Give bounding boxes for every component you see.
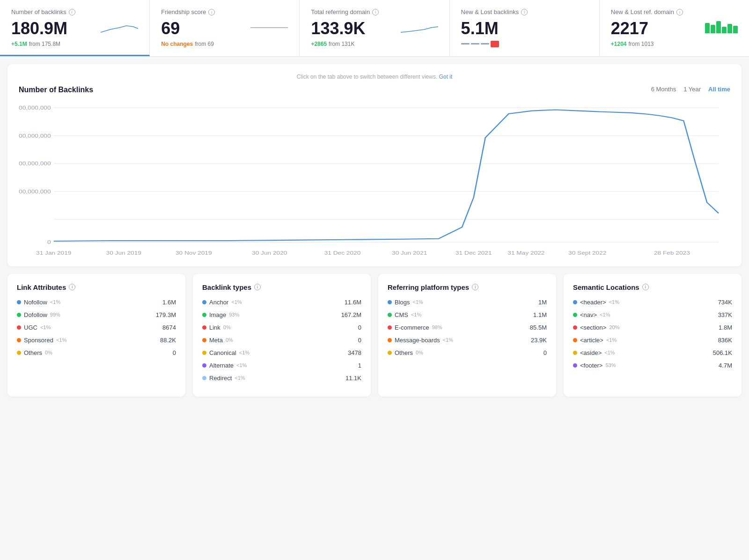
- attr-row-nofollow: Nofollow <1% 1.6M: [17, 299, 176, 306]
- svg-text:800,000,000: 800,000,000: [19, 104, 51, 111]
- semantic-row-footer: <footer> 53% 4.7M: [573, 362, 732, 369]
- metric-new-lost-ref-from: from 1013: [629, 41, 654, 47]
- metric-referring-value: 133.9K: [311, 19, 365, 38]
- metric-new-lost-ref-label: New & Lost ref. domain: [611, 8, 674, 15]
- platform-row-ecommerce: E-commerce 98% 85.5M: [388, 324, 547, 331]
- metric-backlinks-from: from 175.8M: [29, 41, 60, 47]
- semantic-locations-card: Semantic Locations i <header> <1% 734K <…: [564, 274, 742, 397]
- platform-row-message-boards: Message-boards <1% 23.9K: [388, 337, 547, 344]
- backlink-types-card: Backlink types i Anchor <1% 11.6M Image …: [193, 274, 371, 397]
- info-icon-backlinks[interactable]: i: [69, 9, 75, 15]
- time-filter-all[interactable]: All time: [708, 86, 730, 93]
- dot-sponsored: [17, 338, 21, 342]
- metric-new-lost-backlinks[interactable]: New & Lost backlinks i 5.1M: [450, 0, 600, 56]
- chart-notice-link[interactable]: Got it: [439, 74, 453, 80]
- info-icon-semantic[interactable]: i: [642, 284, 649, 290]
- metric-backlinks-change: +5.1M: [11, 41, 27, 47]
- platform-row-others: Others 0% 0: [388, 349, 547, 356]
- semantic-row-header: <header> <1% 734K: [573, 299, 732, 306]
- svg-text:30 Sept 2022: 30 Sept 2022: [568, 249, 606, 256]
- svg-text:200,000,000: 200,000,000: [19, 188, 51, 195]
- metric-backlinks[interactable]: Number of backlinks i 180.9M +5.1M from …: [0, 0, 150, 56]
- semantic-locations-title: Semantic Locations: [573, 283, 639, 291]
- referring-platform-card: Referring platform types i Blogs <1% 1M …: [378, 274, 556, 397]
- info-icon-referring[interactable]: i: [372, 9, 379, 15]
- svg-text:30 Nov 2019: 30 Nov 2019: [176, 249, 212, 256]
- svg-text:31 Dec 2021: 31 Dec 2021: [455, 249, 492, 256]
- info-icon-backlink-types[interactable]: i: [254, 284, 261, 290]
- backlink-row-redirect: Redirect <1% 11.1K: [202, 375, 361, 382]
- chart-section: Click on the tab above to switch between…: [7, 64, 742, 266]
- platform-row-cms: CMS <1% 1.1M: [388, 311, 547, 318]
- svg-text:600,000,000: 600,000,000: [19, 133, 51, 139]
- dot-nofollow: [17, 300, 21, 304]
- bar-indicators: [705, 21, 738, 33]
- link-attr-rows: Nofollow <1% 1.6M Dofollow 99% 179.3M UG…: [17, 299, 176, 356]
- referring-platform-rows: Blogs <1% 1M CMS <1% 1.1M E-commerce 98%: [388, 299, 547, 356]
- info-icon-new-lost[interactable]: i: [521, 9, 528, 15]
- svg-text:31 Dec 2020: 31 Dec 2020: [324, 249, 361, 256]
- metric-new-lost-ref-value: 2217: [611, 19, 654, 38]
- dot-dofollow: [17, 313, 21, 317]
- semantic-location-rows: <header> <1% 734K <nav> <1% 337K <sectio…: [573, 299, 732, 369]
- chart-area: 800,000,000 600,000,000 400,000,000 200,…: [19, 98, 730, 257]
- mini-chart-friendship: [250, 19, 288, 36]
- platform-row-blogs: Blogs <1% 1M: [388, 299, 547, 306]
- metric-friendship-from: from 69: [195, 41, 214, 47]
- metric-new-lost-label: New & Lost backlinks: [461, 8, 519, 15]
- info-icon-new-lost-ref[interactable]: i: [676, 9, 683, 15]
- svg-text:400,000,000: 400,000,000: [19, 160, 51, 167]
- time-filter-6m[interactable]: 6 Months: [651, 86, 676, 93]
- metrics-bar: Number of backlinks i 180.9M +5.1M from …: [0, 0, 749, 57]
- metric-referring-from: from 131K: [329, 41, 354, 47]
- svg-text:30 Jun 2019: 30 Jun 2019: [106, 249, 141, 256]
- info-icon-friendship[interactable]: i: [208, 9, 215, 15]
- attribute-sections: Link Attributes i Nofollow <1% 1.6M Dofo…: [7, 274, 742, 397]
- metric-referring[interactable]: Total referring domain i 133.9K +2865 fr…: [300, 0, 449, 56]
- metric-referring-change: +2865: [311, 41, 327, 47]
- attr-row-dofollow: Dofollow 99% 179.3M: [17, 311, 176, 318]
- metric-new-lost-ref[interactable]: New & Lost ref. domain i 2217 +1204 from…: [600, 0, 749, 56]
- attr-row-sponsored: Sponsored <1% 88.2K: [17, 337, 176, 344]
- metric-new-lost-ref-change: +1204: [611, 41, 627, 47]
- backlink-row-canonical: Canonical <1% 3478: [202, 349, 361, 356]
- metric-backlinks-value: 180.9M: [11, 19, 67, 38]
- referring-platform-title: Referring platform types: [388, 283, 469, 291]
- backlink-type-rows: Anchor <1% 11.6M Image 93% 167.2M Link 0…: [202, 299, 361, 382]
- backlink-row-anchor: Anchor <1% 11.6M: [202, 299, 361, 306]
- svg-text:30 Jun 2021: 30 Jun 2021: [392, 249, 427, 256]
- dot-ugc: [17, 325, 21, 330]
- mini-chart-backlinks: [101, 19, 138, 36]
- metric-friendship-change: No changes: [161, 41, 193, 47]
- chart-svg: 800,000,000 600,000,000 400,000,000 200,…: [19, 98, 730, 257]
- backlink-row-image: Image 93% 167.2M: [202, 311, 361, 318]
- mini-chart-referring: [401, 19, 438, 36]
- chart-notice-text: Click on the tab above to switch between…: [297, 74, 438, 80]
- attr-row-ugc: UGC <1% 8674: [17, 324, 176, 331]
- metric-new-lost-value: 5.1M: [461, 19, 499, 38]
- svg-text:31 May 2022: 31 May 2022: [507, 249, 544, 256]
- metric-referring-label: Total referring domain: [311, 8, 370, 15]
- link-attributes-card: Link Attributes i Nofollow <1% 1.6M Dofo…: [7, 274, 185, 397]
- svg-text:0: 0: [47, 239, 51, 245]
- metric-friendship-value: 69: [161, 19, 214, 38]
- semantic-row-section: <section> 20% 1.8M: [573, 324, 732, 331]
- semantic-row-article: <article> <1% 836K: [573, 337, 732, 344]
- info-icon-referring-platform[interactable]: i: [472, 284, 478, 290]
- metric-friendship[interactable]: Friendship score i 69 No changes from 69: [150, 0, 300, 56]
- semantic-row-aside: <aside> <1% 506.1K: [573, 349, 732, 356]
- info-icon-link-attr[interactable]: i: [69, 284, 75, 290]
- svg-text:31 Jan 2019: 31 Jan 2019: [36, 249, 71, 256]
- metric-friendship-label: Friendship score: [161, 8, 206, 15]
- chart-title: Number of Backlinks: [19, 86, 93, 94]
- backlink-types-title: Backlink types: [202, 283, 251, 291]
- attr-row-others-link: Others 0% 0: [17, 349, 176, 356]
- metric-backlinks-label: Number of backlinks: [11, 8, 66, 15]
- time-filter-1y[interactable]: 1 Year: [683, 86, 701, 93]
- svg-text:30 Jun 2020: 30 Jun 2020: [252, 249, 287, 256]
- dot-others-link: [17, 351, 21, 355]
- semantic-row-nav: <nav> <1% 337K: [573, 311, 732, 318]
- backlink-row-link: Link 0% 0: [202, 324, 361, 331]
- backlink-row-meta: Meta 0% 0: [202, 337, 361, 344]
- svg-text:28 Feb 2023: 28 Feb 2023: [654, 249, 690, 256]
